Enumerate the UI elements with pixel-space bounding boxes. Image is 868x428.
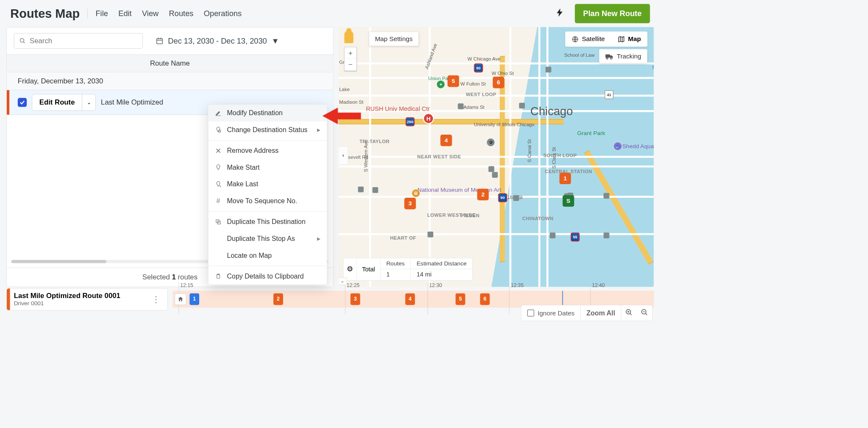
row-checkbox[interactable] (18, 98, 27, 107)
search-input[interactable] (30, 37, 137, 45)
transit-poi-icon (373, 187, 378, 193)
search-icon (19, 37, 26, 44)
svg-rect-7 (606, 54, 610, 58)
streetview-pegman[interactable] (344, 31, 353, 43)
shield-icon: 55 (570, 232, 579, 241)
cm-change-status[interactable]: Change Destination Status ▸ (208, 121, 327, 138)
zoom-in-timeline-button[interactable] (621, 305, 637, 321)
zoom-out-button[interactable]: − (345, 59, 356, 70)
totals-distance-value: 14 mi (411, 269, 472, 280)
map-stop-marker[interactable]: 2 (477, 189, 489, 200)
timeline-driver-label: Driver 0001 (14, 300, 120, 307)
timeline-stop-marker[interactable]: 1 (189, 293, 199, 305)
cm-modify-destination[interactable]: Modify Destination (208, 105, 327, 121)
cm-duplicate-stop-as[interactable]: Duplicate This Stop As ▸ (208, 230, 327, 247)
timeline-stop-marker[interactable]: 5 (456, 293, 465, 305)
timeline-route-card[interactable]: Last Mile Optimized Route 0001 Driver 00… (6, 288, 167, 310)
edit-route-button[interactable]: Edit Route (32, 94, 82, 110)
svg-line-1 (23, 42, 25, 43)
map-type-satellite[interactable]: Satellite (565, 32, 611, 47)
transit-poi-icon (604, 232, 609, 238)
lightning-icon[interactable] (556, 8, 563, 19)
cm-remove-address[interactable]: Remove Address (208, 142, 327, 159)
map-label: S Western Ave (363, 140, 369, 172)
cm-duplicate-destination[interactable]: Duplicate This Destination (208, 213, 327, 230)
close-icon (215, 147, 222, 155)
cm-make-start[interactable]: Make Start (208, 159, 327, 176)
menu-view[interactable]: View (142, 9, 159, 18)
chevron-down-icon: ⌄ (87, 99, 91, 105)
map-label: School of Law (564, 52, 595, 58)
svg-line-20 (630, 313, 632, 315)
map-stop-marker[interactable]: 1 (559, 173, 571, 184)
plan-new-route-button[interactable]: Plan New Route (575, 4, 650, 23)
menu-operations[interactable]: Operations (204, 9, 242, 18)
map-start-marker[interactable]: S (562, 195, 574, 207)
chevron-right-icon: ▸ (317, 126, 320, 133)
map-label-area: WEST LOOP (466, 91, 496, 97)
museum-poi-icon: 🏛 (412, 189, 420, 197)
totals-toggle-button[interactable]: ⌄ (339, 277, 347, 285)
timeline-route-title: Last Mile Optimized Route 0001 (14, 292, 120, 300)
cm-copy-clipboard[interactable]: Copy Details to Clipboard (208, 268, 327, 285)
svg-line-14 (220, 185, 221, 187)
table-header-route-name: Route Name (7, 55, 333, 73)
menu-edit[interactable]: Edit (118, 9, 131, 18)
search-input-wrapper[interactable] (14, 33, 143, 49)
hospital-poi-icon: H (423, 113, 434, 124)
map-stop-marker[interactable]: 5 (448, 75, 459, 87)
truck-icon (605, 53, 614, 59)
map-label: W Ohio St (492, 71, 514, 76)
timeline-stop-marker[interactable]: 3 (351, 293, 360, 305)
transit-poi-icon (428, 232, 434, 237)
menu-file[interactable]: File (95, 9, 108, 18)
map-stop-marker[interactable]: 3 (404, 198, 416, 209)
shield-icon: 90 (474, 64, 483, 72)
pin-gear-icon (215, 126, 222, 133)
collapse-panel-button[interactable]: ‹ (339, 146, 348, 165)
timeline-stop-marker[interactable]: 2 (273, 293, 283, 305)
divider (87, 8, 88, 19)
timeline-stop-marker[interactable]: 4 (405, 293, 415, 305)
menu-routes[interactable]: Routes (169, 9, 194, 18)
map-label-area: HEART OF (390, 235, 416, 240)
map-type-map[interactable]: Map (611, 32, 647, 47)
pencil-icon (215, 110, 222, 117)
clipboard-icon (215, 273, 222, 280)
zoom-all-button[interactable]: Zoom All (581, 305, 621, 321)
timeline-home-button[interactable] (175, 293, 186, 305)
zoom-out-timeline-button[interactable] (637, 305, 652, 321)
svg-rect-10 (216, 116, 221, 116)
ignore-dates-checkbox[interactable]: Ignore Dates (521, 306, 581, 321)
date-range-label: Dec 13, 2030 - Dec 13, 2030 (168, 36, 267, 45)
map-label-area: CHINATOWN (522, 216, 553, 221)
map-settings-button[interactable]: Map Settings (369, 32, 419, 46)
map-label: S Canal St (526, 139, 532, 163)
totals-routes-value: 1 (381, 269, 411, 280)
zoom-in-button[interactable]: + (345, 47, 356, 59)
tracking-button[interactable]: Tracking (599, 49, 647, 64)
pin-end-icon (215, 181, 222, 188)
map-label: National Museum of Mexican Art (417, 187, 466, 193)
date-range-picker[interactable]: Dec 13, 2030 - Dec 13, 2030 ▼ (156, 36, 279, 45)
map-label: Nav (652, 64, 654, 71)
map-label: W Chicago Ave (467, 56, 501, 61)
edit-route-dropdown-button[interactable]: ⌄ (82, 94, 95, 110)
map-stop-marker[interactable]: 4 (440, 135, 452, 146)
transit-poi-icon (458, 103, 464, 109)
svg-point-0 (20, 39, 24, 42)
map-label-chicago: Chicago (530, 104, 573, 118)
totals-label: Total (357, 258, 380, 280)
map-label-area: TRI-TAYLOR (359, 138, 389, 144)
cm-locate-on-map[interactable]: Locate on Map (208, 247, 327, 264)
calendar-icon (156, 37, 163, 44)
kebab-menu-button[interactable]: ⋮ (152, 294, 160, 304)
transit-poi-icon (488, 166, 494, 172)
map-label: Grant Park (577, 130, 605, 137)
timeline-stop-marker[interactable]: 6 (480, 293, 490, 305)
cm-make-last[interactable]: Make Last (208, 176, 327, 193)
cm-move-sequence[interactable]: # Move To Sequence No. (208, 193, 327, 210)
transit-poi-icon (513, 195, 519, 201)
map-stop-marker[interactable]: 6 (492, 77, 504, 88)
aquarium-poi-icon: 🐟 (614, 142, 621, 150)
